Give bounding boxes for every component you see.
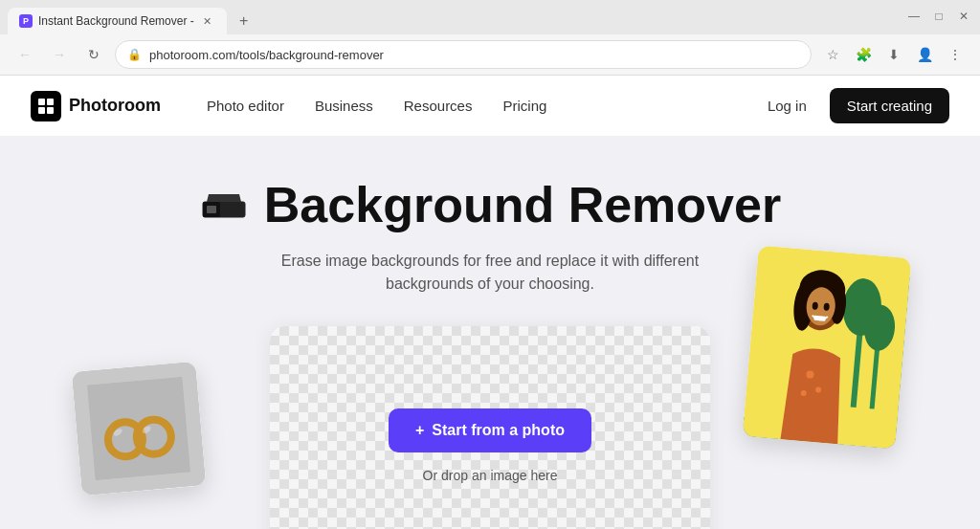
tab-close-button[interactable]: ✕ xyxy=(200,13,215,29)
start-from-photo-button[interactable]: + Start from a photo xyxy=(389,408,591,452)
minimize-button[interactable]: — xyxy=(905,8,923,25)
nav-photo-editor[interactable]: Photo editor xyxy=(207,98,284,114)
drop-text: Or drop an image here xyxy=(423,468,558,483)
tab-favicon: P xyxy=(19,14,33,28)
extensions-button[interactable]: 🧩 xyxy=(850,41,877,68)
nav-resources[interactable]: Resources xyxy=(404,98,473,114)
start-creating-button[interactable]: Start creating xyxy=(830,88,949,123)
logo-text: Photoroom xyxy=(69,96,161,116)
address-bar: ← → ↻ 🔒 photoroom.com/tools/background-r… xyxy=(0,34,980,75)
jewelry-bg xyxy=(72,362,207,496)
url-bar[interactable]: 🔒 photoroom.com/tools/background-remover xyxy=(115,40,812,69)
upload-content: + Start from a photo Or drop an image he… xyxy=(389,408,591,483)
svg-rect-3 xyxy=(47,107,54,114)
hero-title: Background Remover xyxy=(264,176,781,233)
new-tab-button[interactable]: + xyxy=(231,8,257,34)
url-text: photoroom.com/tools/background-remover xyxy=(149,48,384,62)
window-controls: — □ ✕ xyxy=(905,8,972,25)
woman-photo xyxy=(743,245,912,449)
forward-button[interactable]: → xyxy=(46,41,73,68)
nav-pricing[interactable]: Pricing xyxy=(502,98,546,114)
svg-rect-0 xyxy=(38,99,45,105)
active-tab[interactable]: P Instant Background Remover - ✕ xyxy=(8,8,227,34)
plus-icon: + xyxy=(415,422,424,439)
bookmark-button[interactable]: ☆ xyxy=(819,41,846,68)
browser-chrome: P Instant Background Remover - ✕ + — □ ✕… xyxy=(0,0,980,76)
menu-button[interactable]: ⋮ xyxy=(942,41,969,68)
tab-title: Instant Background Remover - xyxy=(38,14,194,28)
browser-actions: ☆ 🧩 ⬇ 👤 ⋮ xyxy=(819,41,969,68)
back-button[interactable]: ← xyxy=(11,41,38,68)
logo-icon xyxy=(31,91,61,121)
main-content: Background Remover Erase image backgroun… xyxy=(0,137,980,529)
close-button[interactable]: ✕ xyxy=(955,8,972,25)
title-icon xyxy=(199,175,249,234)
upload-drop-zone[interactable]: + Start from a photo Or drop an image he… xyxy=(270,326,710,529)
download-button[interactable]: ⬇ xyxy=(880,41,907,68)
nav-actions: Log in Start creating xyxy=(756,88,949,123)
upload-button-label: Start from a photo xyxy=(432,422,565,439)
hero-subtitle: Erase image backgrounds for free and rep… xyxy=(260,250,720,296)
svg-rect-21 xyxy=(813,316,825,321)
svg-rect-27 xyxy=(207,206,216,213)
security-lock-icon: 🔒 xyxy=(127,48,142,61)
nav-links: Photo editor Business Resources Pricing xyxy=(207,98,756,114)
refresh-button[interactable]: ↻ xyxy=(80,41,107,68)
website-content: Photoroom Photo editor Business Resource… xyxy=(0,76,980,529)
page-title: Background Remover xyxy=(199,175,781,234)
maximize-button[interactable]: □ xyxy=(930,8,947,25)
floating-woman-image xyxy=(743,245,912,449)
account-button[interactable]: 👤 xyxy=(911,41,938,68)
login-button[interactable]: Log in xyxy=(756,90,818,121)
svg-rect-2 xyxy=(38,107,45,114)
main-navbar: Photoroom Photo editor Business Resource… xyxy=(0,76,980,137)
floating-jewelry-image xyxy=(72,362,207,496)
nav-business[interactable]: Business xyxy=(315,98,373,114)
tab-bar: P Instant Background Remover - ✕ + — □ ✕ xyxy=(0,0,980,34)
svg-rect-1 xyxy=(47,99,54,105)
logo-link[interactable]: Photoroom xyxy=(31,91,161,121)
